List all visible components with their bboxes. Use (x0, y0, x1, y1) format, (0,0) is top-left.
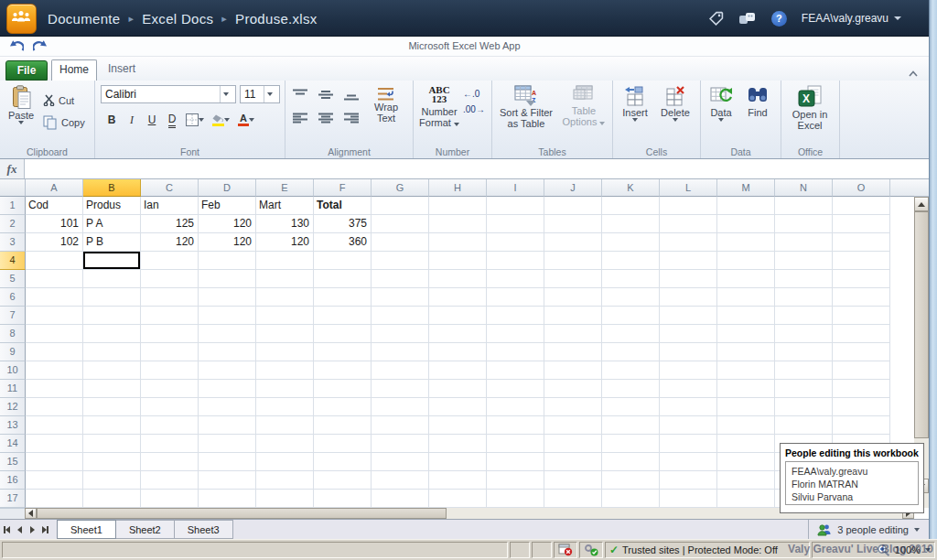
cell-E1[interactable]: Mart (256, 197, 314, 215)
align-center-button[interactable] (315, 111, 337, 125)
cell-I10[interactable] (487, 361, 544, 380)
cell-G1[interactable] (372, 197, 429, 215)
cell-J6[interactable] (544, 288, 602, 307)
cell-F11[interactable] (314, 380, 372, 398)
cell-H3[interactable] (429, 233, 487, 252)
cell-D1[interactable]: Feb (199, 197, 256, 215)
cell-O8[interactable] (833, 325, 890, 343)
security-zone-indicator[interactable]: ✓ Trusted sites | Protected Mode: Off (605, 542, 810, 558)
wrap-text-button[interactable]: Wrap Text (364, 85, 408, 144)
cell-I9[interactable] (487, 343, 544, 361)
cell-L9[interactable] (660, 343, 717, 361)
align-left-button[interactable] (289, 111, 311, 125)
cell-H14[interactable] (429, 435, 487, 453)
cell-I12[interactable] (487, 398, 544, 416)
italic-button[interactable]: I (123, 111, 141, 129)
cell-J3[interactable] (544, 233, 602, 252)
last-sheet-button[interactable] (38, 520, 51, 539)
cell-C9[interactable] (141, 343, 199, 361)
cell-G3[interactable] (372, 233, 429, 252)
column-header-B[interactable]: B (83, 179, 141, 197)
cell-I2[interactable] (487, 215, 544, 233)
cell-C3[interactable]: 120 (141, 233, 199, 252)
cell-J7[interactable] (544, 307, 602, 325)
row-header-4[interactable]: 4 (0, 252, 26, 270)
cell-C12[interactable] (141, 398, 199, 416)
fx-icon[interactable]: fx (0, 159, 25, 178)
cell-O5[interactable] (833, 270, 890, 288)
cell-J15[interactable] (544, 453, 602, 471)
row-header-2[interactable]: 2 (0, 215, 26, 233)
row-header-6[interactable]: 6 (0, 288, 26, 307)
cell-N4[interactable] (775, 252, 833, 270)
cell-M17[interactable] (717, 490, 775, 508)
cell-D2[interactable]: 120 (199, 215, 256, 233)
row-header-8[interactable]: 8 (0, 325, 26, 343)
cell-O13[interactable] (833, 416, 890, 435)
cell-K3[interactable] (602, 233, 660, 252)
cell-A13[interactable] (26, 416, 83, 435)
tab-file[interactable]: File (5, 60, 48, 81)
cell-J5[interactable] (544, 270, 602, 288)
cell-D10[interactable] (199, 361, 256, 380)
cell-L14[interactable] (660, 435, 717, 453)
formula-input[interactable] (25, 159, 929, 178)
cell-D5[interactable] (199, 270, 256, 288)
underline-button[interactable]: U (143, 111, 161, 129)
cell-I17[interactable] (487, 490, 544, 508)
sheet-tab-sheet2[interactable]: Sheet2 (116, 520, 175, 539)
column-header-K[interactable]: K (602, 179, 660, 197)
cell-F6[interactable] (314, 288, 372, 307)
cell-I14[interactable] (487, 435, 544, 453)
column-header-I[interactable]: I (487, 179, 544, 197)
page-error-indicator[interactable] (554, 542, 577, 558)
row-header-3[interactable]: 3 (0, 233, 26, 252)
cell-A14[interactable] (26, 435, 83, 453)
row-header-11[interactable]: 11 (0, 380, 26, 398)
cell-K16[interactable] (602, 471, 660, 490)
column-header-G[interactable]: G (372, 179, 429, 197)
cell-I11[interactable] (487, 380, 544, 398)
cell-K12[interactable] (602, 398, 660, 416)
cell-H11[interactable] (429, 380, 487, 398)
cell-B16[interactable] (83, 471, 141, 490)
cell-A3[interactable]: 102 (26, 233, 83, 252)
cell-K5[interactable] (602, 270, 660, 288)
cell-B8[interactable] (83, 325, 141, 343)
tab-home[interactable]: Home (51, 59, 97, 81)
cell-J11[interactable] (544, 380, 602, 398)
cell-E12[interactable] (256, 398, 314, 416)
cell-D15[interactable] (199, 453, 256, 471)
breadcrumb-item-documente[interactable]: Documente (48, 11, 120, 27)
cell-L4[interactable] (660, 252, 717, 270)
cell-G8[interactable] (372, 325, 429, 343)
cell-B6[interactable] (83, 288, 141, 307)
cell-F10[interactable] (314, 361, 372, 380)
cell-I13[interactable] (487, 416, 544, 435)
cell-M5[interactable] (717, 270, 775, 288)
cell-N5[interactable] (775, 270, 833, 288)
column-header-A[interactable]: A (26, 179, 83, 197)
select-all-corner[interactable] (0, 179, 26, 197)
column-header-L[interactable]: L (660, 179, 717, 197)
column-header-M[interactable]: M (717, 179, 775, 197)
column-header-C[interactable]: C (141, 179, 199, 197)
cell-H8[interactable] (429, 325, 487, 343)
cell-G6[interactable] (372, 288, 429, 307)
cell-O10[interactable] (833, 361, 890, 380)
cell-M2[interactable] (717, 215, 775, 233)
cell-K10[interactable] (602, 361, 660, 380)
cell-E10[interactable] (256, 361, 314, 380)
cell-D8[interactable] (199, 325, 256, 343)
cell-E6[interactable] (256, 288, 314, 307)
cell-B14[interactable] (83, 435, 141, 453)
cell-N3[interactable] (775, 233, 833, 252)
help-icon[interactable]: ? (771, 11, 787, 27)
column-header-H[interactable]: H (429, 179, 487, 197)
cell-B3[interactable]: P B (83, 233, 141, 252)
cell-F14[interactable] (314, 435, 372, 453)
cell-L13[interactable] (660, 416, 717, 435)
cell-F3[interactable]: 360 (314, 233, 372, 252)
font-name-select[interactable]: Calibri (101, 85, 236, 103)
paste-button[interactable]: Paste (2, 83, 40, 142)
